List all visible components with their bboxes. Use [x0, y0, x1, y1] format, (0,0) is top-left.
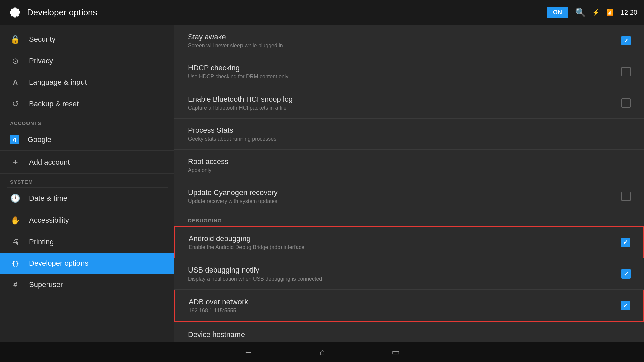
privacy-icon: ⊙: [10, 56, 21, 66]
sidebar-item-add-account-label: Add account: [29, 158, 70, 167]
wifi-icon: 📶: [606, 9, 614, 16]
stay-awake-title: Stay awake: [188, 33, 621, 41]
android-debugging-text: Android debugging Enable the Android Deb…: [189, 234, 621, 250]
top-bar: Developer options ON 🔍 ⚡ 📶 12:20: [0, 0, 644, 25]
root-access-text: Root access Apps only: [188, 157, 631, 173]
cyanogen-title: Update Cyanogen recovery: [188, 188, 621, 197]
sidebar-item-accessibility-label: Accessibility: [29, 216, 69, 225]
sidebar: 🔒 Security ⊙ Privacy A Language & input …: [0, 25, 174, 342]
accessibility-icon: ✋: [10, 216, 21, 225]
sidebar-item-backup-label: Backup & reset: [29, 100, 79, 108]
content-scroll: Stay awake Screen will never sleep while…: [174, 25, 644, 342]
sidebar-item-language[interactable]: A Language & input: [0, 72, 174, 93]
google-icon: g: [10, 135, 19, 144]
bluetooth-icon: ⚡: [592, 9, 600, 16]
android-debugging-checkbox[interactable]: [621, 238, 630, 247]
content-area: Stay awake Screen will never sleep while…: [174, 25, 644, 342]
sidebar-item-security-label: Security: [29, 35, 55, 44]
sidebar-item-language-label: Language & input: [29, 78, 87, 87]
stay-awake-text: Stay awake Screen will never sleep while…: [188, 33, 621, 49]
developer-icon: {}: [10, 260, 21, 267]
clock-display: 12:20: [621, 9, 637, 16]
sidebar-item-superuser-label: Superuser: [29, 280, 63, 289]
usb-debugging-notify-checkbox[interactable]: [621, 269, 631, 279]
main-layout: 🔒 Security ⊙ Privacy A Language & input …: [0, 25, 644, 342]
device-hostname-title: Device hostname: [188, 330, 631, 339]
sidebar-item-google-label: Google: [28, 135, 51, 144]
back-button[interactable]: ←: [244, 347, 253, 357]
sidebar-item-developer-wrapper: ➡ {} Developer options: [0, 253, 174, 274]
hdcp-subtitle: Use HDCP checking for DRM content only: [188, 74, 621, 80]
bluetooth-hci-subtitle: Capture all bluetooth HCI packets in a f…: [188, 105, 621, 111]
gear-icon: [7, 5, 21, 20]
sidebar-item-date-time-label: Date & time: [29, 194, 67, 203]
bluetooth-hci-text: Enable Bluetooth HCI snoop log Capture a…: [188, 95, 621, 111]
top-bar-left: Developer options: [7, 5, 547, 20]
hdcp-row[interactable]: HDCP checking Use HDCP checking for DRM …: [174, 56, 644, 87]
printer-icon: 🖨: [10, 237, 21, 247]
sidebar-item-privacy-label: Privacy: [29, 57, 53, 65]
superuser-icon: #: [10, 280, 21, 289]
clock-icon: 🕐: [10, 194, 21, 203]
android-debugging-subtitle: Enable the Android Debug Bridge (adb) in…: [189, 244, 621, 250]
bluetooth-hci-checkbox[interactable]: [621, 98, 631, 108]
cyanogen-row[interactable]: Update Cyanogen recovery Update recovery…: [174, 181, 644, 212]
usb-debugging-notify-subtitle: Display a notification when USB debuggin…: [188, 276, 621, 282]
root-access-row[interactable]: Root access Apps only: [174, 150, 644, 181]
bluetooth-hci-row[interactable]: Enable Bluetooth HCI snoop log Capture a…: [174, 87, 644, 119]
usb-debugging-notify-text: USB debugging notify Display a notificat…: [188, 266, 621, 282]
stay-awake-checkbox[interactable]: [621, 36, 631, 45]
search-button[interactable]: 🔍: [575, 7, 586, 18]
device-hostname-row[interactable]: Device hostname: [174, 322, 644, 342]
adb-over-network-row[interactable]: ADB over network 192.168.1.115:5555: [174, 290, 644, 322]
sidebar-item-backup[interactable]: ↺ Backup & reset: [0, 93, 174, 115]
add-icon: +: [10, 157, 21, 167]
adb-over-network-text: ADB over network 192.168.1.115:5555: [189, 298, 621, 314]
process-stats-row[interactable]: Process Stats Geeky stats about running …: [174, 119, 644, 150]
sidebar-item-date-time[interactable]: 🕐 Date & time: [0, 188, 174, 209]
hdcp-checkbox[interactable]: [621, 67, 631, 76]
android-debugging-title: Android debugging: [189, 234, 621, 243]
stay-awake-row[interactable]: Stay awake Screen will never sleep while…: [174, 25, 644, 56]
bottom-nav-bar: ← ⌂ ▭: [0, 342, 644, 362]
on-toggle-button[interactable]: ON: [547, 7, 568, 18]
recent-apps-button[interactable]: ▭: [392, 347, 400, 357]
root-access-subtitle: Apps only: [188, 167, 631, 173]
sidebar-item-printing[interactable]: 🖨 Printing: [0, 231, 174, 253]
process-stats-text: Process Stats Geeky stats about running …: [188, 126, 631, 142]
sidebar-item-developer[interactable]: {} Developer options: [0, 253, 174, 274]
sidebar-item-accessibility[interactable]: ✋ Accessibility: [0, 209, 174, 231]
backup-icon: ↺: [10, 99, 21, 109]
device-hostname-text: Device hostname: [188, 330, 631, 340]
accounts-section-header: ACCOUNTS: [0, 115, 174, 129]
top-bar-right: ON 🔍 ⚡ 📶 12:20: [547, 7, 637, 18]
language-icon: A: [10, 79, 21, 86]
process-stats-subtitle: Geeky stats about running processes: [188, 136, 631, 142]
root-access-title: Root access: [188, 157, 631, 166]
stay-awake-subtitle: Screen will never sleep while plugged in: [188, 43, 621, 49]
sidebar-item-privacy[interactable]: ⊙ Privacy: [0, 50, 174, 72]
lock-icon: 🔒: [10, 35, 21, 44]
adb-over-network-subtitle: 192.168.1.115:5555: [189, 308, 621, 314]
sidebar-item-google[interactable]: g Google: [0, 129, 174, 151]
cyanogen-text: Update Cyanogen recovery Update recovery…: [188, 188, 621, 204]
android-debugging-row[interactable]: Android debugging Enable the Android Deb…: [174, 226, 644, 258]
home-button[interactable]: ⌂: [320, 347, 325, 357]
usb-debugging-notify-title: USB debugging notify: [188, 266, 621, 275]
sidebar-item-printing-label: Printing: [29, 238, 54, 246]
sidebar-item-superuser[interactable]: # Superuser: [0, 274, 174, 295]
sidebar-item-developer-label: Developer options: [29, 259, 88, 268]
hdcp-title: HDCP checking: [188, 64, 621, 72]
process-stats-title: Process Stats: [188, 126, 631, 135]
bluetooth-hci-title: Enable Bluetooth HCI snoop log: [188, 95, 621, 104]
sidebar-item-add-account[interactable]: + Add account: [0, 151, 174, 174]
usb-debugging-notify-row[interactable]: USB debugging notify Display a notificat…: [174, 258, 644, 290]
debugging-section-header: DEBUGGING: [174, 212, 644, 226]
adb-over-network-checkbox[interactable]: [621, 301, 630, 310]
cyanogen-subtitle: Update recovery with system updates: [188, 198, 621, 204]
cyanogen-checkbox[interactable]: [621, 192, 631, 201]
sidebar-item-security[interactable]: 🔒 Security: [0, 28, 174, 50]
hdcp-text: HDCP checking Use HDCP checking for DRM …: [188, 64, 621, 80]
system-section-header: SYSTEM: [0, 174, 174, 187]
adb-over-network-title: ADB over network: [189, 298, 621, 306]
